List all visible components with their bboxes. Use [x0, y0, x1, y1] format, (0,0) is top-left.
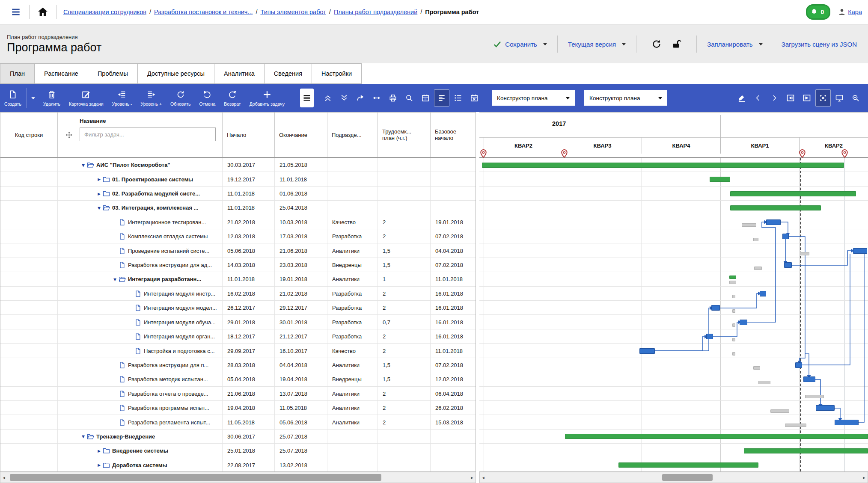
table-row[interactable]: Разработка инструкции для ад...14.03.201… — [0, 258, 476, 272]
tree-toggle-icon[interactable]: ▸ — [96, 462, 102, 468]
create-more-button[interactable] — [28, 85, 39, 111]
scroll-right-arrow[interactable]: ▸ — [469, 474, 475, 481]
gantt-bar-task[interactable] — [711, 305, 720, 311]
table-row[interactable]: ▸ Внедрение системы25.01.201825.07.2018 — [0, 444, 476, 458]
task-filter-input[interactable] — [80, 127, 216, 141]
gantt-hscrollbar[interactable]: ◂▸ — [479, 472, 868, 483]
refresh-icon[interactable] — [650, 38, 663, 50]
gantt-bar-task[interactable] — [795, 362, 802, 368]
scroll-right-arrow[interactable]: ▸ — [861, 474, 867, 481]
user-menu[interactable]: Кара — [838, 8, 862, 16]
gantt-bar-task[interactable] — [853, 248, 867, 254]
table-row[interactable]: Интеграция модуля обуча...29.01.201830.0… — [0, 315, 476, 329]
gantt-bar-summary-small[interactable] — [729, 276, 736, 279]
tree-toggle-icon[interactable]: ▾ — [80, 433, 86, 439]
scrollbar-thumb[interactable] — [662, 474, 713, 481]
tree-toggle-icon[interactable]: ▾ — [112, 276, 118, 282]
tree-toggle-icon[interactable]: ▸ — [96, 176, 102, 182]
table-row[interactable]: Интеграция модуля модел...26.12.201729.1… — [0, 301, 476, 315]
tree-toggle-icon[interactable]: ▸ — [96, 191, 102, 197]
table-row[interactable]: ▸ Доработка системы22.08.201713.02.2018 — [0, 458, 476, 471]
breadcrumb-link-2[interactable]: Типы элементов работ — [260, 9, 326, 15]
milestone-pin-icon[interactable] — [480, 149, 487, 158]
milestone-pin-icon[interactable] — [561, 149, 568, 158]
gantt-bar-summary[interactable] — [618, 462, 758, 468]
plan-constructor-1-select[interactable]: Конструктор плана — [492, 90, 575, 106]
load-json-button[interactable]: Загрузить сцену из JSON — [782, 41, 857, 48]
save-button[interactable]: Сохранить — [493, 40, 547, 48]
tab-raspisanie[interactable]: Расписание — [35, 63, 88, 84]
gantt-bar-task[interactable] — [706, 334, 713, 339]
gantt-bar-task[interactable] — [816, 405, 835, 411]
version-select[interactable]: Текущая версия — [568, 41, 626, 48]
scroll-right-button[interactable] — [767, 89, 782, 107]
fullscreen-button[interactable] — [832, 89, 847, 107]
tab-dostupnye-resursy[interactable]: Доступные ресурсы — [138, 63, 214, 84]
task-list-button[interactable] — [450, 89, 466, 107]
gantt-bar-task[interactable] — [760, 291, 766, 296]
table-row[interactable]: Разработка методик испытан...05.04.20181… — [0, 372, 476, 386]
task-card-button[interactable]: Карточка задачи — [65, 85, 108, 111]
column-header-drag[interactable] — [57, 113, 76, 157]
tab-problemy[interactable]: Проблемы — [88, 63, 138, 84]
return-button[interactable]: Возврат — [220, 85, 245, 111]
schedule-button[interactable]: Запланировать — [707, 41, 762, 48]
tree-toggle-icon[interactable]: ▾ — [96, 205, 102, 211]
table-row[interactable]: Настройка и подготовка с...29.09.201716.… — [0, 344, 476, 358]
tab-plan[interactable]: План — [0, 63, 35, 84]
table-row[interactable]: Интеграция модуля инстр...16.02.201821.0… — [0, 287, 476, 301]
calendar-minus-button[interactable] — [418, 89, 433, 107]
hamburger-menu-icon[interactable] — [9, 6, 22, 18]
scroll-left-arrow[interactable]: ◂ — [1, 474, 7, 481]
table-row[interactable]: Разработка программы испыт...19.04.20181… — [0, 401, 476, 415]
column-header-base-start[interactable]: Базовоеначало — [430, 113, 476, 157]
milestone-pin-icon[interactable] — [799, 149, 806, 158]
refresh-button[interactable]: Обновить — [166, 85, 195, 111]
calendar-x-button[interactable] — [467, 89, 482, 107]
gantt-bar-task[interactable] — [740, 320, 747, 325]
column-header-effort[interactable]: Трудоемк...план (ч.г.) — [378, 113, 430, 157]
scroll-left-button[interactable] — [750, 89, 766, 107]
tab-analitika[interactable]: Аналитика — [214, 63, 265, 84]
column-header-end[interactable]: Окончание — [274, 113, 327, 157]
table-row[interactable]: ▸ 01. Проектирование системы19.12.201711… — [0, 172, 476, 186]
create-button[interactable]: Создать — [0, 85, 26, 111]
tab-svedeniya[interactable]: Сведения — [265, 63, 312, 84]
table-row[interactable]: Разработка регламента испыт...11.05.2018… — [0, 415, 476, 429]
milestone-pin-icon[interactable] — [841, 149, 848, 158]
plan-constructor-2-select[interactable]: Конструктор плана — [584, 90, 667, 106]
table-row[interactable]: Разработка инструкции для п...28.03.2018… — [0, 358, 476, 372]
gantt-bar-summary[interactable] — [482, 163, 844, 168]
gantt-bar-task[interactable] — [803, 376, 815, 382]
lock-open-icon[interactable] — [670, 38, 683, 50]
frame-next-button[interactable] — [799, 89, 814, 107]
tab-nastroyki[interactable]: Настройки — [312, 63, 362, 84]
table-row[interactable]: Интеграция модуля орган...18.12.201721.1… — [0, 329, 476, 344]
gantt-bar-summary[interactable] — [744, 448, 868, 453]
gantt-bar-task[interactable] — [784, 262, 792, 268]
align-view-button[interactable] — [434, 89, 449, 107]
tree-toggle-icon[interactable]: ▾ — [80, 162, 86, 168]
column-header-start[interactable]: Начало — [222, 113, 274, 157]
home-icon[interactable] — [36, 6, 49, 18]
level-plus-button[interactable]: Уровень + — [137, 85, 166, 111]
fit-screen-button[interactable] — [815, 89, 831, 107]
go-to-task-button[interactable] — [353, 89, 368, 107]
zoom-out-button[interactable] — [848, 89, 863, 107]
gantt-bar-summary[interactable] — [730, 205, 821, 210]
tree-toggle-icon[interactable]: ▸ — [96, 448, 102, 454]
table-hscrollbar[interactable]: ◂▸ — [0, 472, 476, 483]
table-row[interactable]: ▸ 02. Разработка модулей систе...11.01.2… — [0, 187, 476, 201]
delete-button[interactable]: Удалить — [39, 85, 65, 111]
table-row[interactable]: Разработка отчета о проведе...21.06.2018… — [0, 387, 476, 401]
table-row[interactable]: ▾ 03. Интеграция, комплексная ...11.01.2… — [0, 201, 476, 215]
scroll-left-arrow[interactable]: ◂ — [480, 474, 486, 481]
expand-all-button[interactable] — [336, 89, 352, 107]
breadcrumb-link-3[interactable]: Планы работ подразделений — [334, 9, 417, 15]
frame-prev-button[interactable] — [783, 89, 798, 107]
column-header-code[interactable]: Код строки — [0, 113, 57, 157]
gantt-bar-summary[interactable] — [710, 177, 730, 182]
level-minus-button[interactable]: Уровень - — [108, 85, 137, 111]
table-row[interactable]: ▾ Интеграция разработанн...11.01.201819.… — [0, 272, 476, 286]
fit-columns-button[interactable] — [369, 89, 384, 107]
